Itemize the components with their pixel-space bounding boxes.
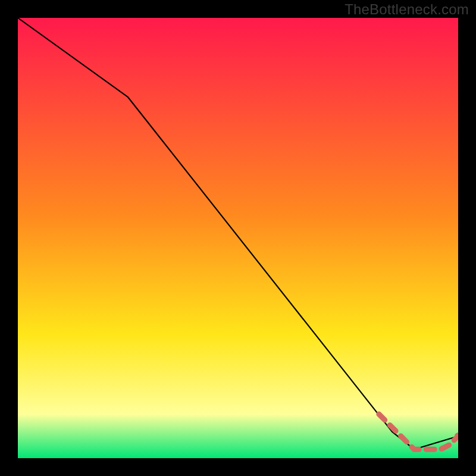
gradient-background xyxy=(18,18,458,458)
plot-area xyxy=(18,18,458,458)
watermark-label: TheBottleneck.com xyxy=(345,1,469,18)
chart-svg xyxy=(18,18,458,458)
chart-frame: TheBottleneck.com xyxy=(0,0,476,476)
